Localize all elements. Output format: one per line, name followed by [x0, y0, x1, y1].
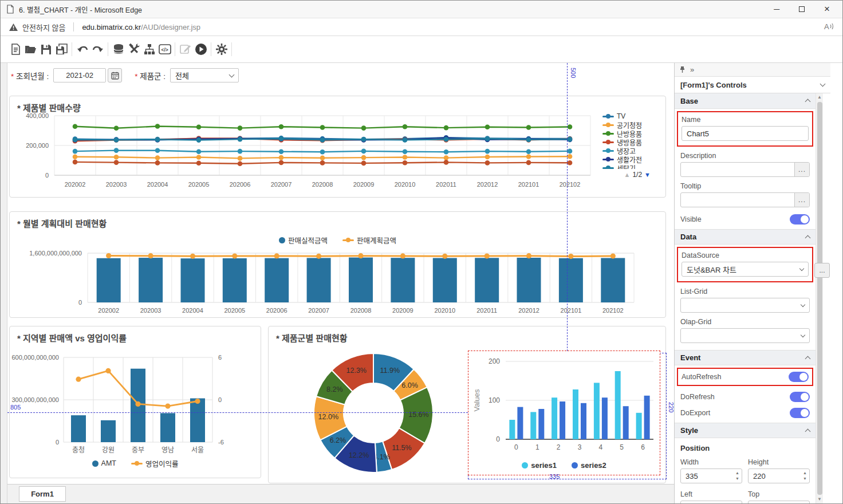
tooltip-label: Tooltip [680, 182, 810, 190]
svg-text:6.2%: 6.2% [330, 436, 346, 444]
open-file-button[interactable] [23, 41, 38, 58]
section-data[interactable]: Data [675, 229, 816, 245]
chart5-legend: series1series2 [468, 461, 660, 469]
maximize-button[interactable] [799, 6, 805, 12]
name-input[interactable] [682, 126, 809, 141]
form1-tab[interactable]: Form1 [19, 486, 66, 502]
top-stepper[interactable]: ▲▼ [748, 501, 810, 503]
calendar-button[interactable] [108, 68, 122, 82]
left-stepper[interactable]: ▲▼ [680, 501, 742, 503]
scrollbar-thumb[interactable] [817, 102, 822, 495]
sitemap-button[interactable] [141, 41, 157, 58]
sales-qty-line-chart[interactable]: 0200,000400,0002020022020032020042020052… [13, 111, 598, 200]
svg-text:0: 0 [218, 396, 222, 403]
svg-text:0: 0 [514, 443, 518, 451]
svg-text:Values: Values [472, 389, 481, 411]
svg-text:15.6%: 15.6% [408, 411, 428, 419]
collapse-panel-icon[interactable]: » [690, 65, 694, 74]
region-chart-card[interactable]: * 지역별 판매액 vs 영업이익률 0300,000,000,000600,0… [9, 326, 261, 478]
step-up-icon[interactable]: ▲ [735, 502, 739, 503]
datasource-button[interactable] [111, 41, 126, 58]
guide-height-label: 220 [668, 402, 674, 412]
scroll-up-icon[interactable]: ▲ [817, 93, 822, 101]
svg-text:202102: 202102 [602, 307, 624, 314]
section-style[interactable]: Style [675, 423, 816, 438]
legend-page-down-icon[interactable]: ▼ [644, 171, 651, 178]
svg-text:202003: 202003 [140, 307, 161, 314]
monthly-plan-chart-title: * 월별 계획대비 판매현황 [17, 217, 107, 229]
step-down-icon[interactable]: ▼ [735, 476, 739, 482]
new-document-button[interactable] [7, 41, 23, 58]
address-bar[interactable]: 안전하지 않음 edu.bimatrix.co.kr/AUD/designer.… [1, 18, 842, 36]
tooltip-more-button[interactable]: ... [794, 193, 809, 207]
step-up-icon[interactable]: ▲ [803, 502, 807, 503]
pin-icon[interactable] [679, 66, 686, 73]
svg-text:202004: 202004 [147, 181, 168, 188]
date-input[interactable] [53, 68, 106, 82]
svg-text:12.0%: 12.0% [318, 413, 338, 421]
visible-toggle[interactable] [790, 214, 810, 225]
autorefresh-toggle[interactable] [789, 372, 809, 382]
section-base-label: Base [680, 97, 698, 105]
monthly-plan-chart[interactable]: 01,600,000,000,0002020022020032020042020… [14, 247, 657, 317]
svg-text:202012: 202012 [477, 181, 498, 188]
product-label-text: 제품군 : [140, 72, 166, 81]
chart5-control[interactable]: 0100200Values0123456 series1series2 [468, 351, 660, 475]
calendar-icon [111, 72, 119, 80]
height-stepper[interactable]: ▲▼ [748, 468, 810, 483]
section-event[interactable]: Event [675, 350, 816, 365]
scroll-down-icon[interactable]: ▼ [817, 495, 822, 503]
undo-button[interactable] [74, 41, 90, 58]
olapgrid-label: Olap-Grid [680, 318, 810, 326]
tooltip-input[interactable] [680, 192, 810, 207]
olapgrid-select[interactable] [680, 328, 810, 343]
designer-canvas[interactable]: * 조회년월 : * 제품군 : 전체 * 제품별 판매수량 0200,0004… [7, 63, 674, 484]
product-select[interactable]: 전체 [170, 68, 239, 82]
minimize-button[interactable]: ─ [774, 5, 779, 13]
section-base[interactable]: Base [675, 93, 816, 109]
settings-button[interactable] [214, 41, 229, 58]
svg-text:6: 6 [218, 354, 222, 361]
svg-text:202011: 202011 [436, 181, 456, 188]
script-editor-button[interactable]: </> [157, 41, 172, 58]
svg-text:202006: 202006 [230, 181, 251, 188]
redo-button[interactable] [90, 41, 105, 58]
step-up-icon[interactable]: ▲ [803, 470, 807, 476]
svg-text:202005: 202005 [188, 181, 210, 188]
listgrid-select[interactable] [680, 298, 810, 313]
save-as-button[interactable] [54, 41, 69, 58]
chart5-bar-chart[interactable]: 0100200Values0123456 [469, 352, 659, 455]
close-button[interactable]: × [824, 5, 830, 13]
read-aloud-icon[interactable]: A [823, 22, 834, 33]
dorefresh-toggle[interactable] [790, 392, 810, 402]
panel-scrollbar[interactable]: ▲ ▼ [816, 93, 823, 503]
description-input[interactable] [680, 162, 810, 177]
security-warning[interactable]: 안전하지 않음 [22, 22, 65, 33]
region-chart[interactable]: 0300,000,000,000600,000,000,000-606충청강원중… [11, 351, 259, 459]
vertical-guide [567, 63, 568, 351]
section-style-label: Style [680, 426, 698, 435]
visible-label: Visible [680, 215, 702, 223]
name-highlight-box: Name [677, 111, 813, 147]
step-up-icon[interactable]: ▲ [735, 470, 739, 476]
width-stepper[interactable]: ▲▼ [680, 468, 742, 483]
doexport-toggle[interactable] [790, 408, 810, 418]
svg-text:1: 1 [535, 443, 539, 451]
url-text[interactable]: edu.bimatrix.co.kr/AUD/designer.jsp [82, 23, 200, 32]
title-bar: 6. 별첨_CHART - 개인 - Microsoft Edge ─ × [1, 1, 842, 18]
step-down-icon[interactable]: ▼ [803, 476, 807, 482]
legend-page-up-icon[interactable]: ▲ [624, 171, 631, 178]
tools-button[interactable] [126, 41, 141, 58]
svg-text:12.3%: 12.3% [346, 367, 367, 375]
save-button[interactable] [38, 41, 54, 58]
dorefresh-label: DoRefresh [680, 393, 715, 401]
listgrid-label: List-Grid [680, 288, 810, 296]
right-gutter [830, 63, 837, 503]
panel-header[interactable]: [Form1]'s Controls [675, 77, 830, 93]
datasource-select[interactable]: 도넛&BAR 차트 [682, 262, 809, 277]
description-more-button[interactable]: ... [794, 163, 809, 176]
svg-text:영남: 영남 [161, 446, 174, 454]
run-button[interactable] [193, 41, 208, 58]
name-label: Name [682, 116, 809, 124]
datasource-more-button[interactable]: ... [814, 263, 816, 278]
